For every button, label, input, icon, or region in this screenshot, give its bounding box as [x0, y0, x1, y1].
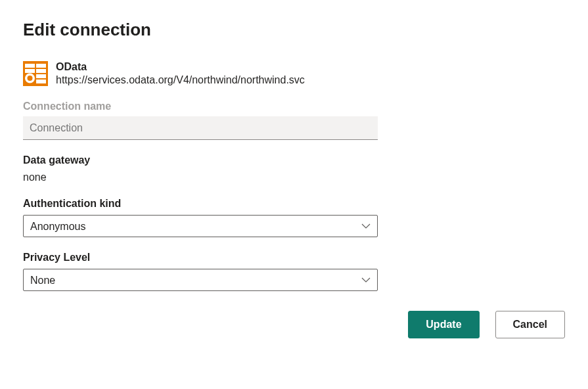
privacy-level-label: Privacy Level	[23, 252, 565, 263]
authentication-kind-select[interactable]: Anonymous	[23, 215, 378, 237]
data-gateway-value: none	[23, 172, 565, 183]
authentication-kind-label: Authentication kind	[23, 198, 565, 210]
odata-icon	[23, 61, 48, 86]
connection-header: OData https://services.odata.org/V4/nort…	[23, 61, 565, 86]
page-title: Edit connection	[23, 20, 565, 40]
data-gateway-label: Data gateway	[23, 154, 565, 166]
connection-name-label: Connection name	[23, 101, 565, 112]
connection-name-input[interactable]	[23, 116, 378, 140]
privacy-level-select[interactable]: None	[23, 269, 378, 291]
svg-point-8	[28, 76, 33, 81]
cancel-button[interactable]: Cancel	[495, 311, 565, 338]
connection-type-label: OData	[56, 61, 305, 73]
svg-rect-4	[36, 69, 46, 73]
svg-rect-3	[25, 69, 35, 73]
svg-rect-5	[36, 74, 46, 78]
update-button[interactable]: Update	[408, 311, 479, 338]
svg-rect-2	[36, 64, 46, 68]
svg-rect-1	[25, 64, 35, 68]
svg-rect-6	[36, 80, 46, 83]
connection-url: https://services.odata.org/V4/northwind/…	[56, 74, 305, 86]
